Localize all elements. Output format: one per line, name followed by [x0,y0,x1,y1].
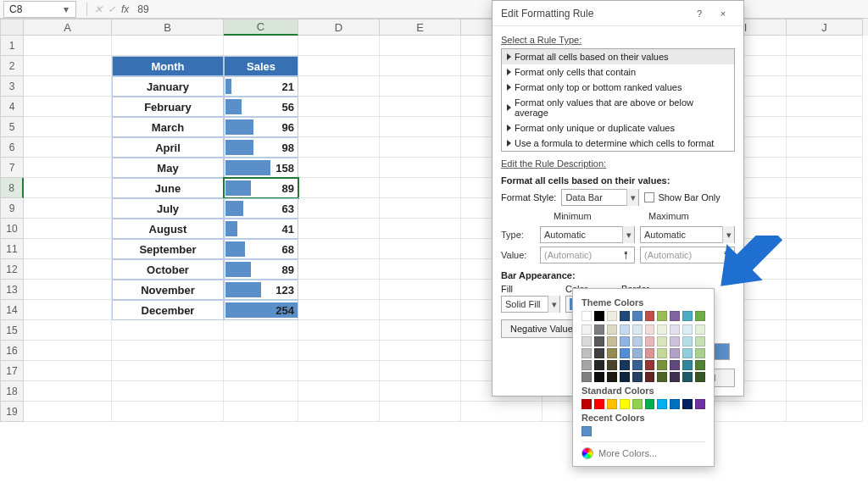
color-swatch[interactable] [670,336,680,347]
cell-A19[interactable] [24,402,112,422]
cell-C10[interactable]: 41 [224,219,298,239]
fill-dropdown[interactable]: Solid Fill▾ [501,296,560,313]
row-header-12[interactable]: 12 [0,259,24,280]
cell-A13[interactable] [24,280,112,300]
cell-D16[interactable] [298,341,380,361]
rule-type-item[interactable]: Format only top or bottom ranked values [502,80,734,95]
cell-J10[interactable] [787,219,863,239]
cell-E13[interactable] [380,280,461,300]
col-header-B[interactable]: B [112,19,224,36]
cell-C6[interactable]: 98 [224,137,298,158]
cell-C15[interactable] [224,320,298,341]
cell-A10[interactable] [24,219,112,239]
cell-D8[interactable] [298,178,380,198]
row-header-16[interactable]: 16 [0,341,24,361]
color-swatch[interactable] [607,336,617,347]
cell-D5[interactable] [298,117,380,137]
cell-A3[interactable] [24,76,112,97]
cell-A11[interactable] [24,239,112,259]
color-swatch[interactable] [620,399,630,409]
cell-B5[interactable]: March [112,117,224,137]
cell-B18[interactable] [112,381,224,402]
color-swatch[interactable] [632,360,643,370]
color-swatch[interactable] [645,336,655,347]
cell-D15[interactable] [298,320,380,341]
cell-E17[interactable] [380,361,461,381]
rule-type-item[interactable]: Format only cells that contain [502,64,734,80]
cell-B1[interactable] [112,36,224,56]
col-header-J[interactable]: J [787,19,863,36]
color-swatch[interactable] [657,372,667,382]
cell-J11[interactable] [787,239,863,259]
cell-B16[interactable] [112,341,224,361]
min-value-input[interactable]: (Automatic) ⭱ [540,247,635,263]
cell-J9[interactable] [787,198,863,219]
rule-type-item[interactable]: Use a formula to determine which cells t… [502,136,734,151]
cell-D19[interactable] [298,402,380,422]
row-header-18[interactable]: 18 [0,381,24,402]
color-swatch[interactable] [581,311,592,321]
row-header-9[interactable]: 9 [0,198,24,219]
cell-D7[interactable] [298,158,380,178]
cell-C9[interactable]: 63 [224,198,298,219]
cell-A4[interactable] [24,97,112,117]
cell-J18[interactable] [787,381,863,402]
cell-F19[interactable] [461,402,542,422]
color-swatch[interactable] [620,360,630,370]
cell-J12[interactable] [787,259,863,280]
color-swatch[interactable] [607,399,617,409]
color-swatch[interactable] [657,348,667,358]
rule-type-item[interactable]: Format all cells based on their values [502,49,734,64]
color-swatch[interactable] [695,372,705,382]
color-swatch[interactable] [682,348,693,358]
cell-E16[interactable] [380,341,461,361]
cell-A14[interactable] [24,300,112,320]
color-swatch[interactable] [594,348,604,358]
cell-C8[interactable]: 89 [224,178,298,198]
cell-B11[interactable]: September [112,239,224,259]
color-swatch[interactable] [657,336,667,347]
cell-J14[interactable] [787,300,863,320]
color-swatch[interactable] [581,348,592,358]
cell-C7[interactable]: 158 [224,158,298,178]
cell-C19[interactable] [224,402,298,422]
cell-B15[interactable] [112,320,224,341]
cell-J4[interactable] [787,97,863,117]
color-swatch[interactable] [670,311,680,321]
color-swatch[interactable] [620,372,630,382]
cell-D2[interactable] [298,56,380,76]
enter-icon[interactable]: ✓ [108,3,116,15]
cell-D13[interactable] [298,280,380,300]
color-swatch[interactable] [670,399,680,409]
color-swatch[interactable] [695,324,705,335]
cell-J3[interactable] [787,76,863,97]
cell-B7[interactable]: May [112,158,224,178]
cell-C17[interactable] [224,361,298,381]
cell-D14[interactable] [298,300,380,320]
color-swatch[interactable] [607,360,617,370]
cell-J5[interactable] [787,117,863,137]
cell-B3[interactable]: January [112,76,224,97]
cell-J16[interactable] [787,341,863,361]
cell-C12[interactable]: 89 [224,259,298,280]
cell-B8[interactable]: June [112,178,224,198]
cell-D10[interactable] [298,219,380,239]
cell-A8[interactable] [24,178,112,198]
cell-C2[interactable]: Sales [224,56,298,76]
cell-A12[interactable] [24,259,112,280]
rule-type-item[interactable]: Format only values that are above or bel… [502,95,734,120]
cell-J17[interactable] [787,361,863,381]
cell-B6[interactable]: April [112,137,224,158]
color-swatch[interactable] [695,360,705,370]
rule-type-item[interactable]: Format only unique or duplicate values [502,120,734,136]
collapse-dialog-icon[interactable]: ⭱ [621,250,631,260]
row-header-1[interactable]: 1 [0,36,24,56]
cell-B12[interactable]: October [112,259,224,280]
cell-J1[interactable] [787,36,863,56]
more-colors-button[interactable]: More Colors... [581,441,705,459]
color-swatch[interactable] [632,399,643,409]
color-swatch[interactable] [695,336,705,347]
color-swatch[interactable] [657,360,667,370]
color-swatch[interactable] [632,336,643,347]
cell-E6[interactable] [380,137,461,158]
